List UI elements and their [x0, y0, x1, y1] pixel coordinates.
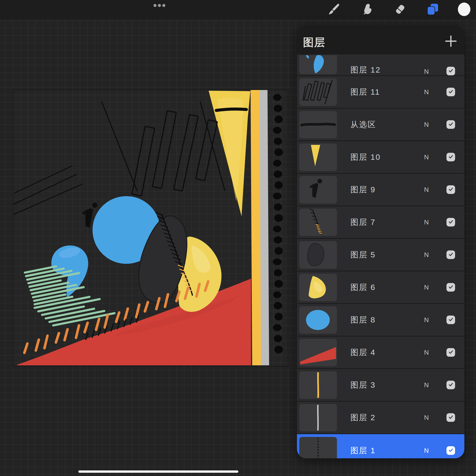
layer-visibility-checkbox[interactable]	[446, 88, 455, 96]
color-swatch-button[interactable]	[457, 3, 471, 17]
layers-tool-button[interactable]	[425, 3, 440, 17]
outlined-bars	[102, 102, 225, 196]
blend-mode-button[interactable]: N	[424, 447, 429, 454]
layer-row[interactable]: 从选区N	[297, 109, 464, 141]
layer-visibility-checkbox[interactable]	[446, 185, 455, 194]
layer-thumbnail[interactable]	[299, 241, 337, 269]
blend-mode-button[interactable]: N	[424, 414, 429, 421]
layer-visibility-checkbox[interactable]	[446, 67, 455, 75]
layer-name: 图层 7	[350, 217, 375, 228]
checkmark-icon	[448, 219, 454, 226]
layer-name: 从选区	[350, 119, 376, 130]
layer-visibility-checkbox[interactable]	[446, 413, 455, 422]
paint-brush-icon	[328, 3, 340, 16]
layer-thumbnail[interactable]	[299, 143, 337, 171]
layer-name: 图层 6	[350, 282, 375, 293]
selection-stroke	[216, 109, 246, 110]
dot-icon	[153, 4, 156, 7]
layer-row[interactable]: 图层 7N	[297, 206, 464, 239]
color-circle-icon	[457, 2, 471, 17]
checkmark-icon	[448, 186, 454, 193]
blend-mode-button[interactable]: N	[424, 68, 429, 75]
layer-name: 图层 3	[350, 380, 375, 391]
blend-mode-button[interactable]: N	[424, 251, 429, 259]
top-toolbar	[0, 0, 476, 19]
checkmark-icon	[448, 121, 454, 128]
layer-visibility-checkbox[interactable]	[446, 218, 455, 226]
layer-row[interactable]: 图层 10N	[297, 141, 464, 174]
layer-row[interactable]: 图层 11N	[297, 76, 464, 109]
eraser-icon	[394, 3, 406, 16]
canvas-artwork	[13, 90, 288, 366]
checkmark-icon	[448, 284, 454, 291]
layer-row[interactable]: 图层 3N	[297, 369, 464, 402]
checkmark-icon	[448, 251, 454, 258]
layer-visibility-checkbox[interactable]	[446, 153, 455, 161]
checkmark-icon	[448, 154, 454, 161]
procreate-workspace: 图层 图层 12N 图层 11N从选区N图层 10N图层 9N 图层 7N图层 …	[0, 0, 476, 476]
checkmark-icon	[448, 68, 454, 75]
green-scribble	[25, 266, 115, 325]
blend-mode-button[interactable]: N	[424, 316, 429, 324]
layer-thumbnail[interactable]	[299, 274, 337, 301]
layer-visibility-checkbox[interactable]	[446, 348, 455, 357]
triple-diagonal-lines	[13, 166, 83, 215]
layer-name: 图层 8	[350, 315, 375, 325]
more-options-button[interactable]	[151, 2, 168, 9]
eraser-tool-button[interactable]	[393, 3, 407, 17]
blend-mode-button[interactable]: N	[424, 381, 429, 389]
blend-mode-button[interactable]: N	[424, 121, 429, 128]
layer-name: 图层 12	[350, 65, 381, 75]
layer-row[interactable]: 图层 6N	[297, 271, 464, 304]
layer-thumbnail[interactable]	[299, 339, 337, 366]
layer-row[interactable]: 图层 1N	[297, 434, 464, 458]
plus-icon	[445, 35, 457, 48]
add-layer-button[interactable]	[444, 35, 457, 48]
layer-thumbnail[interactable]	[299, 371, 337, 399]
layer-visibility-checkbox[interactable]	[446, 446, 455, 455]
layer-row[interactable]: 图层 12N	[297, 54, 464, 76]
yellow-stripe-shape	[251, 90, 261, 365]
layers-panel-title: 图层	[303, 35, 325, 50]
checkmark-icon	[448, 317, 454, 323]
layer-thumbnail[interactable]	[299, 437, 337, 459]
blend-mode-button[interactable]: N	[424, 88, 429, 96]
smudge-finger-icon	[361, 3, 374, 16]
blend-mode-button[interactable]: N	[424, 349, 429, 356]
layer-row[interactable]: 图层 4N	[297, 337, 464, 369]
layer-thumbnail[interactable]	[299, 404, 337, 431]
layer-name: 图层 11	[350, 87, 380, 97]
layer-row[interactable]: 图层 8N	[297, 304, 464, 337]
layer-visibility-checkbox[interactable]	[446, 283, 455, 292]
layer-thumbnail[interactable]	[299, 78, 337, 106]
brush-tool-button[interactable]	[327, 3, 341, 17]
smudge-tool-button[interactable]	[360, 3, 374, 17]
layer-row[interactable]: 图层 9N	[297, 174, 464, 206]
layer-name: 图层 10	[350, 152, 381, 163]
layer-thumbnail[interactable]	[299, 111, 337, 138]
layer-row[interactable]: 图层 2N	[297, 402, 464, 434]
layer-thumbnail[interactable]	[299, 55, 337, 74]
layer-visibility-checkbox[interactable]	[446, 250, 455, 259]
layers-icon	[426, 3, 439, 17]
layer-list: 图层 12N 图层 11N从选区N图层 10N图层 9N 图层 7N图层 5N …	[297, 54, 464, 458]
layer-name: 图层 5	[350, 250, 375, 260]
checkmark-icon	[448, 349, 454, 356]
layer-row[interactable]: 图层 5N	[297, 239, 464, 271]
blend-mode-button[interactable]: N	[424, 219, 429, 226]
blend-mode-button[interactable]: N	[424, 153, 429, 161]
layer-thumbnail[interactable]	[299, 306, 337, 334]
blend-mode-button[interactable]: N	[424, 284, 429, 291]
layer-name: 图层 9	[350, 184, 375, 195]
layers-panel-header: 图层	[297, 26, 464, 54]
drawing-canvas[interactable]	[13, 89, 288, 366]
home-indicator[interactable]	[78, 470, 238, 473]
layers-panel: 图层 图层 12N 图层 11N从选区N图层 10N图层 9N 图层 7N图层 …	[297, 26, 464, 458]
layer-visibility-checkbox[interactable]	[446, 381, 455, 389]
blend-mode-button[interactable]: N	[424, 186, 429, 193]
layer-visibility-checkbox[interactable]	[446, 120, 455, 129]
layer-visibility-checkbox[interactable]	[446, 316, 455, 324]
layer-thumbnail[interactable]	[299, 209, 337, 236]
layer-name: 图层 4	[350, 347, 375, 358]
layer-thumbnail[interactable]	[299, 176, 337, 204]
